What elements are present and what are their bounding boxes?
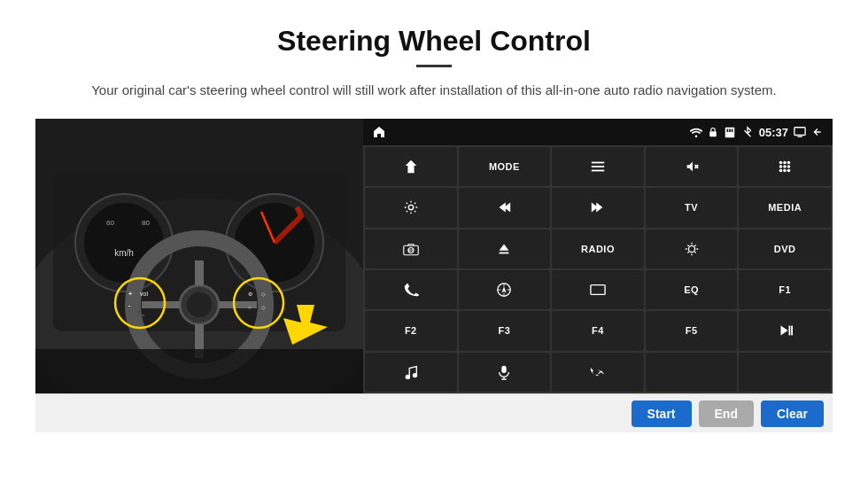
svg-point-4 xyxy=(84,203,164,283)
svg-rect-60 xyxy=(500,252,509,253)
svg-point-42 xyxy=(779,161,783,165)
btn-menu[interactable] xyxy=(552,147,644,186)
svg-rect-69 xyxy=(502,366,507,373)
bottom-bar: Start End Clear xyxy=(35,393,833,432)
btn-empty1 xyxy=(646,353,738,392)
svg-point-68 xyxy=(413,373,417,377)
btn-f1[interactable]: F1 xyxy=(739,270,831,309)
title-divider xyxy=(416,65,452,67)
svg-text:60: 60 xyxy=(106,219,114,227)
status-right: 05:37 xyxy=(690,126,824,139)
btn-tv[interactable]: TV xyxy=(646,188,738,227)
svg-text:◇: ◇ xyxy=(261,305,266,310)
btn-volphone[interactable] xyxy=(552,353,644,392)
button-grid: MODE xyxy=(363,145,833,393)
time-display: 05:37 xyxy=(759,126,788,139)
content-row: km/h 60 80 xyxy=(35,119,833,393)
svg-marker-64 xyxy=(781,326,788,336)
svg-point-61 xyxy=(688,245,694,252)
svg-marker-59 xyxy=(500,244,509,250)
svg-rect-37 xyxy=(592,162,604,164)
btn-media[interactable]: MEDIA xyxy=(739,188,831,227)
svg-point-47 xyxy=(787,165,791,168)
svg-text:80: 80 xyxy=(142,219,150,227)
svg-rect-63 xyxy=(591,285,605,295)
svg-text:○: ○ xyxy=(248,305,252,310)
svg-rect-39 xyxy=(592,170,604,172)
btn-empty2 xyxy=(739,353,831,392)
svg-rect-38 xyxy=(592,166,604,167)
btn-prev[interactable] xyxy=(459,188,551,227)
svg-rect-32 xyxy=(726,129,728,133)
home-icon xyxy=(372,125,386,139)
screen-icon xyxy=(794,126,806,138)
svg-point-50 xyxy=(787,169,791,173)
end-button[interactable]: End xyxy=(699,400,754,427)
start-button[interactable]: Start xyxy=(632,400,692,427)
svg-point-48 xyxy=(779,169,783,173)
page-subtitle: Your original car's steering wheel contr… xyxy=(35,80,833,101)
btn-dvd[interactable]: DVD xyxy=(739,229,831,268)
btn-mic[interactable] xyxy=(459,353,551,392)
status-bar: 05:37 xyxy=(363,119,833,145)
svg-point-49 xyxy=(783,169,787,173)
lock-icon xyxy=(708,126,718,138)
svg-rect-35 xyxy=(794,128,805,136)
back-icon xyxy=(811,126,824,138)
btn-mode[interactable]: MODE xyxy=(459,147,551,186)
btn-settings[interactable] xyxy=(365,188,457,227)
svg-line-72 xyxy=(599,369,600,370)
btn-music[interactable] xyxy=(365,353,457,392)
btn-f4[interactable]: F4 xyxy=(552,311,644,350)
svg-rect-66 xyxy=(791,326,793,336)
btn-apps[interactable] xyxy=(739,147,831,186)
btn-radio[interactable]: RADIO xyxy=(552,229,644,268)
svg-text:📞: 📞 xyxy=(137,309,145,317)
svg-text:⚙: ⚙ xyxy=(248,292,252,297)
android-panel: 05:37 MODE xyxy=(363,119,833,393)
svg-rect-31 xyxy=(725,128,735,137)
btn-navi[interactable] xyxy=(459,270,551,309)
btn-mute[interactable] xyxy=(646,147,738,186)
btn-eject[interactable] xyxy=(459,229,551,268)
svg-point-51 xyxy=(408,206,413,210)
svg-point-67 xyxy=(405,375,409,379)
btn-rect[interactable] xyxy=(552,270,644,309)
btn-bright[interactable] xyxy=(646,229,738,268)
svg-point-45 xyxy=(779,165,783,168)
wifi-icon xyxy=(690,126,702,138)
svg-text:◇: ◇ xyxy=(261,292,266,297)
bluetooth-icon xyxy=(741,126,754,138)
btn-cam360[interactable]: 360 xyxy=(365,229,457,268)
svg-point-46 xyxy=(783,165,787,168)
sd-icon xyxy=(724,126,736,138)
svg-point-13 xyxy=(187,292,212,317)
svg-rect-65 xyxy=(789,326,791,336)
page-title: Steering Wheel Control xyxy=(35,25,833,58)
svg-text:vol: vol xyxy=(140,291,148,297)
svg-rect-34 xyxy=(732,129,733,133)
svg-text:360: 360 xyxy=(407,249,413,253)
svg-point-44 xyxy=(787,161,791,165)
car-image: km/h 60 80 xyxy=(35,119,363,393)
btn-phone[interactable] xyxy=(365,270,457,309)
svg-text:km/h: km/h xyxy=(114,248,134,258)
btn-next[interactable] xyxy=(552,188,644,227)
svg-rect-33 xyxy=(729,129,731,133)
svg-rect-30 xyxy=(709,131,717,136)
btn-f3[interactable]: F3 xyxy=(459,311,551,350)
clear-button[interactable]: Clear xyxy=(761,400,824,427)
btn-nav[interactable] xyxy=(365,147,457,186)
btn-playpause[interactable] xyxy=(739,311,831,350)
svg-point-43 xyxy=(783,161,787,165)
btn-eq[interactable]: EQ xyxy=(646,270,738,309)
btn-f2[interactable]: F2 xyxy=(365,311,457,350)
btn-f5[interactable]: F5 xyxy=(646,311,738,350)
svg-text:+: + xyxy=(128,291,132,297)
svg-rect-29 xyxy=(35,349,363,393)
status-left xyxy=(372,125,386,139)
